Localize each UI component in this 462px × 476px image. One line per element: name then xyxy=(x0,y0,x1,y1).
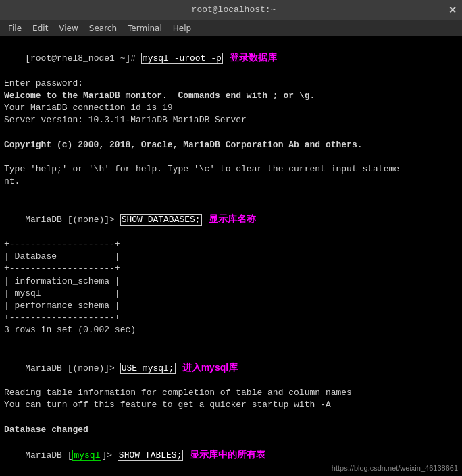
terminal-blank-3 xyxy=(4,188,458,200)
terminal-blank-5 xyxy=(4,412,458,424)
terminal-turnoff-line: You can turn off this feature to get a q… xyxy=(4,399,458,411)
terminal-db-changed: Database changed xyxy=(4,424,458,436)
use-mysql-command: USE mysql; xyxy=(120,363,176,374)
terminal-table-border-2: +--------------------+ xyxy=(4,263,458,275)
watermark: https://blog.csdn.net/weixin_46138661 xyxy=(332,463,458,473)
annotation-show-db: 显示库名称 xyxy=(209,213,256,224)
terminal-line-5: Server version: 10.3.11-MariaDB MariaDB … xyxy=(4,114,458,126)
terminal-use-mysql-line: MariaDB [(none)]> USE mysql;进入mysql库 xyxy=(4,349,458,388)
menu-edit[interactable]: Edit xyxy=(27,22,53,34)
terminal-db-info: | information_schema | xyxy=(4,275,458,288)
titlebar: root@localhost:~ ✕ xyxy=(0,0,462,20)
login-command: mysql -uroot -p xyxy=(141,53,223,64)
terminal-show-db-line: MariaDB [(none)]> SHOW DATABASES;显示库名称 xyxy=(4,200,458,238)
terminal-blank-4 xyxy=(4,337,458,349)
terminal-table-border-1: +--------------------+ xyxy=(4,238,458,250)
terminal-help-line1: Type 'help;' or '\h' for help. Type '\c'… xyxy=(4,163,458,176)
annotation-show-tables: 显示库中的所有表 xyxy=(190,449,265,460)
annotation-login: 登录数据库 xyxy=(230,52,277,63)
show-tables-command: SHOW TABLES; xyxy=(118,450,184,461)
terminal-line-1: [root@rhel8_node1 ~]# mysql -uroot -p登录数… xyxy=(4,39,458,78)
window-title: root@localhost:~ xyxy=(19,5,448,15)
menu-view[interactable]: View xyxy=(53,22,83,34)
mysql-db-indicator: mysql xyxy=(72,450,101,461)
terminal-rows-info: 3 rows in set (0.002 sec) xyxy=(4,324,458,336)
terminal-line-4: Your MariaDB connection id is 19 xyxy=(4,102,458,114)
menu-help[interactable]: Help xyxy=(168,22,197,34)
terminal-help-line2: nt. xyxy=(4,176,458,188)
terminal-table-header: | Database | xyxy=(4,250,458,263)
menubar: File Edit View Search Terminal Help xyxy=(0,20,462,36)
show-databases-command: SHOW DATABASES; xyxy=(120,214,202,226)
menu-file[interactable]: File xyxy=(3,22,27,34)
close-button[interactable]: ✕ xyxy=(448,5,457,16)
menu-search[interactable]: Search xyxy=(84,22,122,34)
annotation-use-mysql: 进入mysql库 xyxy=(182,362,238,373)
menu-terminal[interactable]: Terminal xyxy=(122,22,168,34)
terminal-db-perf: | performance_schema | xyxy=(4,300,458,312)
terminal-reading-line: Reading table information for completion… xyxy=(4,387,458,399)
terminal-db-mysql: | mysql | xyxy=(4,288,458,300)
terminal-table-border-3: +--------------------+ xyxy=(4,312,458,324)
terminal-copyright: Copyright (c) 2000, 2018, Oracle, MariaD… xyxy=(4,139,458,151)
terminal-blank-1 xyxy=(4,126,458,138)
terminal-line-2: Enter password: xyxy=(4,78,458,90)
terminal-area[interactable]: [root@rhel8_node1 ~]# mysql -uroot -p登录数… xyxy=(0,36,462,476)
terminal-blank-2 xyxy=(4,151,458,163)
terminal-line-3: Welcome to the MariaDB monitor. Commands… xyxy=(4,90,458,102)
